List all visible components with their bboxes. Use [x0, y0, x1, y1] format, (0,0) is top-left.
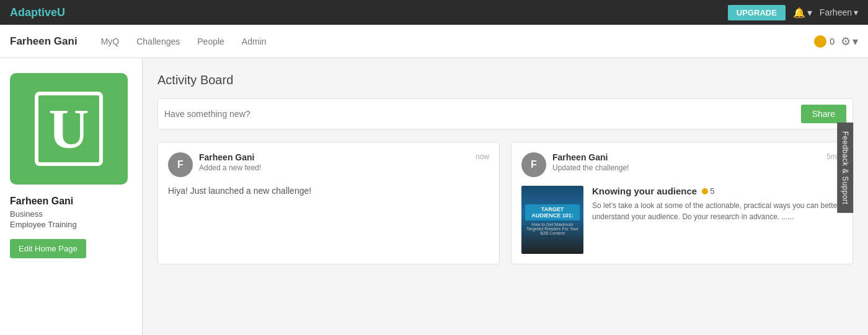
- challenge-body: TARGET AUDIENCE 101: How to Get Maximum …: [521, 186, 843, 254]
- nav-link-people[interactable]: People: [197, 37, 224, 46]
- sidebar-username: Farheen Gani: [10, 196, 132, 207]
- bell-icon: 🔔: [793, 7, 805, 19]
- sidebar-role: Business: [10, 209, 132, 219]
- feed-card-1: F Farheen Gani Added a new feed! now Hiy…: [157, 142, 500, 264]
- feed-card-1-header: F Farheen Gani Added a new feed! now: [168, 152, 489, 177]
- content-area: Activity Board Share F Farheen Gani Adde…: [143, 58, 868, 335]
- avatar-2: F: [521, 152, 546, 177]
- nav-link-challenges[interactable]: Challenges: [136, 37, 180, 46]
- topbar-username: Farheen: [820, 7, 852, 17]
- user-caret-icon: ▾: [854, 7, 858, 17]
- feed-action-1: Added a new feed!: [199, 163, 476, 172]
- profile-logo: U: [10, 73, 128, 185]
- gear-icon: ⚙: [841, 35, 851, 48]
- challenge-image: TARGET AUDIENCE 101: How to Get Maximum …: [521, 186, 583, 254]
- nav-link-admin[interactable]: Admin: [242, 37, 267, 46]
- sidebar-department: Employee Training: [10, 220, 132, 229]
- secondary-nav-right: 0 ⚙ ▾: [814, 35, 858, 48]
- coin-badge: 0: [814, 35, 835, 48]
- top-bar-right: UPGRADE 🔔 ▾ Farheen ▾: [728, 5, 858, 20]
- gear-caret-icon: ▾: [852, 35, 858, 48]
- user-menu[interactable]: Farheen ▾: [820, 7, 858, 17]
- brand-suffix: U: [57, 6, 65, 19]
- top-bar: AdaptiveU UPGRADE 🔔 ▾ Farheen ▾: [0, 0, 868, 25]
- upgrade-button[interactable]: UPGRADE: [728, 5, 786, 20]
- profile-logo-letter: U: [35, 92, 103, 166]
- feed-time-1: now: [476, 152, 489, 161]
- share-row: Share: [157, 98, 853, 129]
- score-dot-icon: [702, 188, 708, 194]
- challenge-img-title: TARGET AUDIENCE 101:: [525, 204, 580, 220]
- feed-card-2-header: F Farheen Gani Updated the challenge! 5m…: [521, 152, 843, 177]
- settings-button[interactable]: ⚙ ▾: [841, 35, 858, 48]
- challenge-title: Knowing your audience: [592, 186, 697, 196]
- edit-home-page-button[interactable]: Edit Home Page: [10, 239, 86, 258]
- challenge-info: Knowing your audience 5 So let's take a …: [592, 186, 843, 222]
- feed-cards: F Farheen Gani Added a new feed! now Hiy…: [157, 142, 853, 264]
- share-input[interactable]: [164, 109, 801, 119]
- challenge-img-inner: TARGET AUDIENCE 101: How to Get Maximum …: [521, 186, 583, 254]
- feed-user-info-1: Farheen Gani Added a new feed!: [199, 152, 476, 172]
- sidebar: U Farheen Gani Business Employee Trainin…: [0, 58, 143, 335]
- nav-username: Farheen Gani: [10, 35, 78, 48]
- main-layout: U Farheen Gani Business Employee Trainin…: [0, 58, 868, 335]
- nav-link-myq[interactable]: MyQ: [101, 37, 120, 46]
- activity-board-title: Activity Board: [157, 73, 853, 87]
- challenge-score: 5: [702, 186, 714, 196]
- secondary-nav: Farheen Gani MyQ Challenges People Admin…: [0, 25, 868, 58]
- brand-logo: AdaptiveU: [10, 6, 65, 19]
- coin-icon: [814, 35, 826, 48]
- feed-action-2: Updated the challenge!: [552, 163, 826, 172]
- avatar-1: F: [168, 152, 193, 177]
- notifications-button[interactable]: 🔔 ▾: [793, 7, 812, 19]
- challenge-title-row: Knowing your audience 5: [592, 186, 843, 196]
- coin-count: 0: [830, 37, 835, 46]
- bell-caret-icon: ▾: [807, 7, 812, 19]
- share-button[interactable]: Share: [801, 105, 846, 123]
- feedback-support-tab[interactable]: Feedback & Support: [837, 122, 853, 212]
- challenge-description: So let's take a look at some of the acti…: [592, 200, 843, 222]
- feed-text-1: Hiya! Just launched a new challenge!: [168, 186, 489, 196]
- challenge-score-value: 5: [710, 186, 714, 196]
- feed-user-info-2: Farheen Gani Updated the challenge!: [552, 152, 826, 172]
- feed-card-2: F Farheen Gani Updated the challenge! 5m…: [511, 142, 853, 264]
- feed-username-2: Farheen Gani: [552, 152, 826, 162]
- challenge-img-subtitle: How to Get Maximum Targeted Readers For …: [525, 222, 580, 235]
- feed-username-1: Farheen Gani: [199, 152, 476, 162]
- brand-prefix: Adaptive: [10, 6, 57, 19]
